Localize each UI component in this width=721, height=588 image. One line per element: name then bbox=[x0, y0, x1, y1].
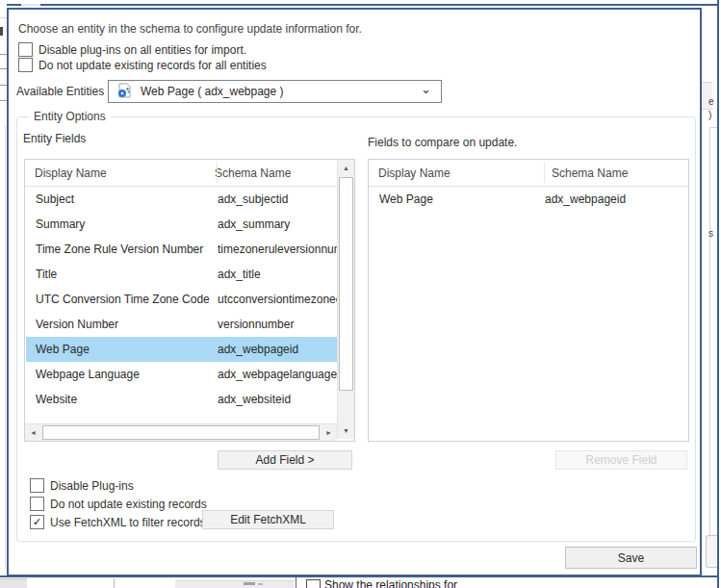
clipped-table-divider bbox=[114, 578, 115, 588]
dropdown-selected-value: Web Page ( adx_webpage ) bbox=[141, 85, 284, 98]
table-row[interactable]: Web Page adx_webpageid bbox=[370, 187, 687, 212]
entity-fields-label: Entity Fields bbox=[23, 132, 86, 145]
table-row[interactable]: Webpage Language adx_webpagelanguageid bbox=[26, 362, 337, 387]
scroll-down-icon[interactable]: ▼ bbox=[338, 422, 354, 439]
horizontal-scrollbar-thumb[interactable] bbox=[42, 425, 320, 440]
cell-display-name: Subject bbox=[26, 192, 218, 206]
cell-display-name: UTC Conversion Time Zone Code bbox=[26, 293, 218, 306]
dialog-instruction: Choose an entity in the schema to config… bbox=[18, 22, 362, 36]
checkbox-box[interactable] bbox=[30, 478, 44, 493]
cell-display-name: Title bbox=[26, 268, 218, 281]
column-divider[interactable] bbox=[544, 163, 545, 183]
cell-display-name: Website bbox=[26, 393, 218, 406]
checkbox-box[interactable] bbox=[18, 42, 33, 57]
background-groupbox-edge bbox=[5, 125, 6, 570]
checkbox-label: Use FetchXML to filter records bbox=[50, 516, 206, 529]
chevron-down-icon[interactable]: ⌄ bbox=[421, 82, 431, 96]
table-row[interactable]: Title adx_title bbox=[26, 262, 337, 287]
table-header: Display Name Schema Name bbox=[369, 160, 688, 187]
clipped-text-fragment bbox=[258, 583, 263, 585]
background-window-top-border bbox=[7, 4, 719, 6]
scroll-left-icon[interactable]: ◄ bbox=[25, 424, 41, 441]
clipped-button-fragment bbox=[706, 535, 717, 568]
cell-display-name: Web Page bbox=[370, 192, 545, 206]
checkbox-label: Do not update existing records for all e… bbox=[39, 59, 267, 72]
checkbox-disable-plugins-all[interactable]: Disable plug-ins on all entities for imp… bbox=[18, 42, 246, 57]
cell-display-name: Version Number bbox=[26, 318, 218, 331]
background-groupbox-edge bbox=[709, 127, 710, 566]
checkbox-no-update-all[interactable]: Do not update existing records for all e… bbox=[18, 58, 267, 72]
table-row[interactable]: Subject adx_subjectid bbox=[26, 187, 337, 212]
compare-fields-table: Display Name Schema Name Web Page adx_we… bbox=[368, 159, 689, 442]
edit-fetchxml-button[interactable]: Edit FetchXML bbox=[202, 510, 334, 529]
column-divider[interactable] bbox=[217, 163, 218, 183]
scroll-up-icon[interactable]: ▲ bbox=[338, 160, 354, 176]
remove-field-button[interactable]: Remove Field bbox=[555, 450, 687, 470]
scroll-right-icon[interactable]: ► bbox=[321, 424, 337, 441]
clipped-window-divider bbox=[296, 577, 296, 588]
cell-schema-name: timezoneruleversionnumber bbox=[218, 243, 337, 256]
cell-schema-name: adx_websiteid bbox=[218, 393, 337, 406]
table-row[interactable]: Website adx_websiteid bbox=[26, 387, 337, 412]
cell-schema-name: adx_summary bbox=[218, 217, 337, 231]
checkbox-disable-plugins[interactable]: Disable Plug-ins bbox=[30, 478, 134, 493]
checkbox-use-fetchxml[interactable]: ✓ Use FetchXML to filter records bbox=[30, 515, 206, 529]
cell-schema-name: adx_webpagelanguageid bbox=[218, 368, 337, 381]
add-field-button[interactable]: Add Field > bbox=[218, 450, 352, 470]
table-row[interactable]: UTC Conversion Time Zone Code utcconvers… bbox=[26, 287, 337, 312]
entity-fields-table: Display Name Schema Name Subject adx_sub… bbox=[24, 159, 355, 442]
cell-display-name: Time Zone Rule Version Number bbox=[26, 243, 218, 256]
table-row-selected[interactable]: Web Page adx_webpageid bbox=[26, 337, 337, 362]
background-window-right-border bbox=[717, 0, 719, 588]
clipped-table-header bbox=[175, 580, 295, 588]
cell-display-name: Web Page bbox=[26, 343, 218, 356]
clipped-table-cell bbox=[0, 578, 27, 588]
checkbox-label: Do not update existing records bbox=[50, 498, 207, 511]
available-entities-label: Available Entities bbox=[16, 85, 104, 98]
clipped-checkbox-label: Show the relationships for bbox=[324, 578, 478, 588]
column-header-schema-name[interactable]: Schema Name bbox=[544, 166, 628, 180]
table-row[interactable]: Time Zone Rule Version Number timezoneru… bbox=[26, 237, 337, 262]
checkbox-box[interactable] bbox=[18, 58, 33, 72]
table-row[interactable]: Summary adx_summary bbox=[26, 212, 337, 237]
vertical-scrollbar[interactable]: ▲ ▼ bbox=[337, 160, 354, 439]
screen: e ) s Show the relationships for Choose … bbox=[0, 0, 721, 588]
groupbox-title: Entity Options bbox=[29, 110, 111, 123]
clipped-text-fragment bbox=[0, 27, 3, 36]
checkbox-box[interactable]: ✓ bbox=[30, 515, 44, 529]
cell-schema-name: utcconversiontimezonecode bbox=[218, 293, 337, 306]
checkbox-label: Disable Plug-ins bbox=[50, 479, 134, 493]
fields-to-compare-label: Fields to compare on update. bbox=[368, 136, 517, 149]
save-button[interactable]: Save bbox=[565, 547, 697, 569]
table-row[interactable]: Version Number versionnumber bbox=[26, 312, 337, 337]
checkmark-icon: ✓ bbox=[33, 516, 41, 527]
checkbox-no-update-records[interactable]: Do not update existing records bbox=[30, 497, 207, 511]
cell-schema-name: adx_webpageid bbox=[218, 343, 337, 356]
column-header-display-name[interactable]: Display Name bbox=[369, 166, 544, 180]
vertical-scrollbar-thumb[interactable] bbox=[339, 177, 353, 391]
cell-schema-name: adx_subjectid bbox=[218, 192, 337, 206]
entity-icon bbox=[116, 83, 132, 101]
cell-display-name: Summary bbox=[26, 217, 218, 231]
cell-display-name: Webpage Language bbox=[26, 368, 218, 381]
checkbox-label: Disable plug-ins on all entities for imp… bbox=[39, 43, 246, 57]
background-window-top-border-gap bbox=[21, 4, 40, 6]
cell-schema-name: versionnumber bbox=[218, 318, 337, 331]
available-entities-dropdown[interactable]: Web Page ( adx_webpage ) ⌄ bbox=[108, 80, 442, 103]
cell-schema-name: adx_webpageid bbox=[545, 192, 680, 206]
clipped-text-fragment bbox=[244, 582, 255, 585]
update-information-dialog: Choose an entity in the schema to config… bbox=[7, 8, 702, 576]
horizontal-scrollbar[interactable]: ◄ ► bbox=[25, 423, 337, 441]
column-header-schema-name[interactable]: Schema Name bbox=[207, 166, 291, 180]
column-header-display-name[interactable]: Display Name bbox=[25, 166, 207, 180]
clipped-checkbox[interactable] bbox=[306, 579, 321, 588]
background-groupbox-edge bbox=[709, 127, 717, 128]
cell-schema-name: adx_title bbox=[218, 268, 337, 281]
checkbox-box[interactable] bbox=[30, 497, 44, 511]
table-header: Display Name Schema Name bbox=[25, 160, 354, 187]
